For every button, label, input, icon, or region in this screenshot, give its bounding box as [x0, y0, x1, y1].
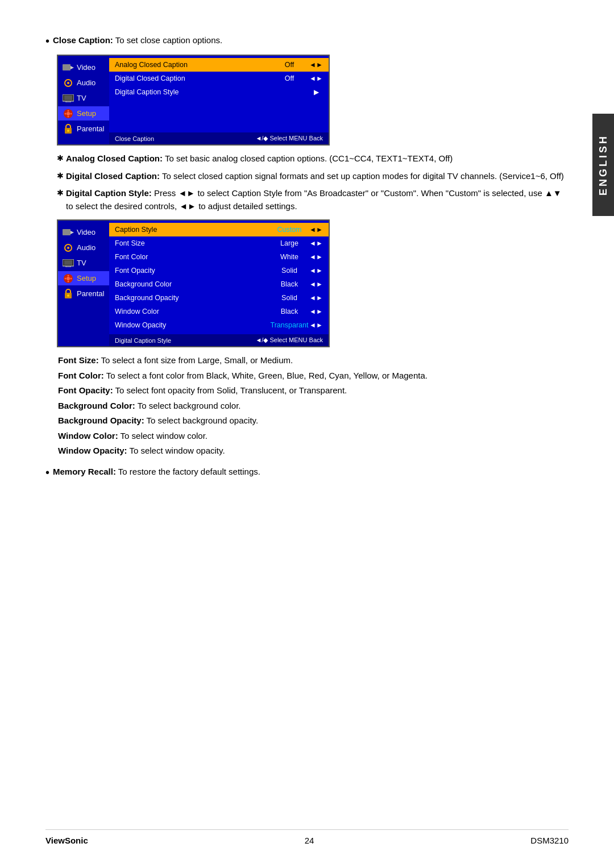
svg-point-28 [68, 275, 69, 276]
sidebar-label-tv-1: TV [77, 94, 86, 102]
svg-point-31 [70, 277, 72, 279]
sidebar-label-audio-2: Audio [77, 243, 96, 252]
asterisk-item-1: ✱ Analog Closed Caption: To set basic an… [57, 152, 569, 165]
row-arrow-caption-style: ◄► [309, 226, 323, 234]
desc-bold-bg-opacity: Background Opacity: [58, 416, 144, 425]
svg-point-29 [68, 280, 69, 282]
desc-item-bg-color: Background Color: To select background c… [58, 400, 569, 413]
sidebar-label-parental-1: Parental [77, 124, 104, 133]
asterisk-sym-1: ✱ [57, 152, 64, 164]
menu-row-digital-style: Digital Caption Style ▶ [109, 85, 329, 99]
menu-row-font-opacity: Font Opacity Solid ◄► [109, 264, 329, 277]
row-value-font-size: Large [269, 239, 309, 247]
tv-sidebar-1: Video Audio TV Setup [58, 56, 109, 144]
menu-row-bg-opacity: Background Opacity Solid ◄► [109, 291, 329, 305]
close-caption-bullet: • Close Caption: To set close caption op… [45, 34, 569, 48]
svg-point-16 [67, 130, 69, 132]
memory-recall-bullet: • Memory Recall: To restore the factory … [45, 466, 569, 479]
sidebar-item-video-2[interactable]: Video [58, 225, 109, 239]
sidebar-item-parental-1[interactable]: Parental [58, 122, 109, 136]
close-caption-desc: To set close caption options. [113, 35, 222, 45]
row-value-font-opacity: Solid [269, 267, 309, 275]
asterisk-item-2: ✱ Digital Closed Caption: To select clos… [57, 170, 569, 183]
sidebar-item-setup-2[interactable]: Setup [58, 271, 109, 285]
row-label-bg-opacity: Background Opacity [115, 294, 269, 302]
tv-menu-footer-2: Digital Caption Style ◄/◆ Select MENU Ba… [109, 334, 329, 346]
row-arrow-window-color: ◄► [309, 308, 323, 315]
row-value-bg-opacity: Solid [269, 294, 309, 302]
svg-marker-18 [70, 231, 74, 234]
sidebar-item-parental-2[interactable]: Parental [58, 286, 109, 301]
footer-page: 24 [305, 836, 314, 845]
memory-recall-desc: To restore the factory default settings. [116, 467, 260, 476]
sidebar-item-setup-1[interactable]: Setup [58, 106, 109, 121]
setup-icon-2 [63, 275, 74, 283]
desc-bold-window-opacity: Window Opacity: [58, 446, 127, 455]
row-value-window-color: Black [269, 308, 309, 315]
sidebar-label-tv-2: TV [77, 259, 86, 267]
row-value-digital-cc: Off [269, 74, 309, 82]
tv-menu-rows-1: Analog Closed Caption Off ◄► Digital Clo… [109, 56, 329, 132]
svg-rect-22 [64, 260, 72, 265]
row-label-font-size: Font Size [115, 239, 269, 247]
sidebar-item-video-1[interactable]: Video [58, 60, 109, 74]
svg-point-13 [65, 113, 67, 114]
svg-point-20 [67, 247, 69, 249]
sidebar-label-setup-2: Setup [77, 274, 96, 283]
svg-rect-0 [63, 64, 70, 70]
sidebar-label-audio-1: Audio [77, 78, 96, 87]
svg-marker-1 [70, 66, 74, 69]
parental-icon-2 [63, 290, 74, 298]
footer-controls-1: ◄/◆ Select MENU Back [255, 135, 323, 142]
memory-recall-dot: • [45, 466, 49, 479]
svg-point-11 [68, 110, 69, 111]
tv-menu-content-1: Analog Closed Caption Off ◄► Digital Clo… [109, 56, 329, 144]
svg-rect-5 [64, 95, 72, 100]
row-arrow-bg-color: ◄► [309, 280, 323, 288]
sidebar-item-tv-2[interactable]: TV [58, 256, 109, 270]
desc-item-font-color: Font Color: To select a font color from … [58, 369, 569, 383]
row-value-window-opacity: Transparant [269, 321, 309, 329]
menu-row-font-color: Font Color White ◄► [109, 250, 329, 264]
svg-point-12 [68, 115, 69, 117]
row-arrow-bg-opacity: ◄► [309, 294, 323, 302]
sidebar-item-tv-1[interactable]: TV [58, 91, 109, 105]
video-icon-1 [63, 64, 74, 72]
row-label-bg-color: Background Color [115, 280, 269, 288]
row-value-caption-style: Custom [269, 226, 309, 234]
asterisk-item-3: ✱ Digital Caption Style: Press ◄► to sel… [57, 187, 569, 213]
audio-icon-1 [63, 79, 74, 87]
asterisk-text-1: Analog Closed Caption: To set basic anal… [66, 152, 453, 165]
tv-menu-content-2: Caption Style Custom ◄► Font Size Large … [109, 221, 329, 346]
asterisk-bold-3: Digital Caption Style: [66, 188, 152, 198]
sidebar-item-audio-1[interactable]: Audio [58, 76, 109, 90]
row-arrow-font-opacity: ◄► [309, 267, 323, 275]
footer-controls-2: ◄/◆ Select MENU Back [255, 337, 323, 344]
row-value-font-color: White [269, 253, 309, 261]
svg-point-14 [70, 113, 72, 114]
row-arrow-digital-style: ▶ [309, 88, 323, 96]
tv-menu-rows-2: Caption Style Custom ◄► Font Size Large … [109, 221, 329, 334]
row-arrow-font-color: ◄► [309, 253, 323, 261]
row-arrow-digital-cc: ◄► [309, 74, 323, 82]
row-value-bg-color: Black [269, 280, 309, 288]
asterisk-text-2: Digital Closed Caption: To select closed… [66, 170, 564, 183]
tv-icon-1 [63, 94, 74, 102]
menu-row-analog: Analog Closed Caption Off ◄► [109, 58, 329, 72]
menu-row-bg-color: Background Color Black ◄► [109, 277, 329, 291]
desc-item-window-opacity: Window Opacity: To select window opacity… [58, 445, 569, 458]
tv-menu-footer-1: Close Caption ◄/◆ Select MENU Back [109, 132, 329, 144]
close-caption-text: Close Caption: To set close caption opti… [53, 34, 222, 47]
sidebar-item-audio-2[interactable]: Audio [58, 240, 109, 255]
sidebar-label-video-2: Video [77, 228, 96, 236]
svg-point-30 [65, 277, 67, 279]
svg-point-3 [67, 82, 69, 84]
asterisk-bold-2: Digital Closed Caption: [66, 171, 160, 181]
desc-bold-bg-color: Background Color: [58, 401, 135, 410]
sidebar-label-parental-2: Parental [77, 289, 104, 298]
row-label-digital-style: Digital Caption Style [115, 88, 269, 96]
row-arrow-window-opacity: ◄► [309, 321, 323, 329]
row-label-font-color: Font Color [115, 253, 269, 261]
row-label-digital-cc: Digital Closed Caption [115, 74, 269, 82]
desc-section: Font Size: To select a font size from La… [58, 354, 569, 458]
